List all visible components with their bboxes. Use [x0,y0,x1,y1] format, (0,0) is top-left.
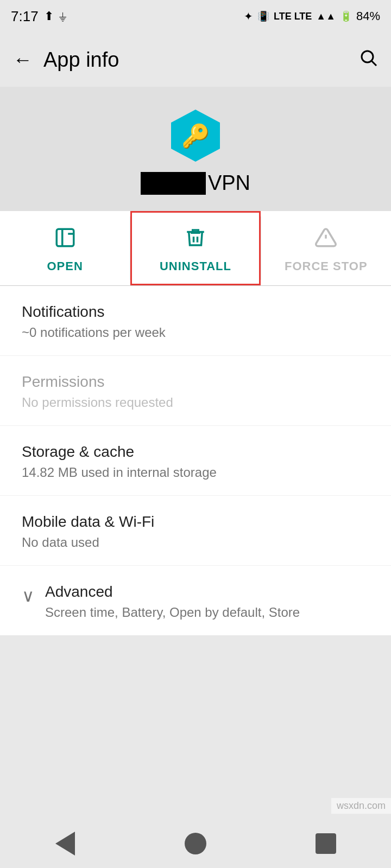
mobile-data-title: Mobile data & Wi-Fi [22,513,369,531]
permissions-title: Permissions [22,373,369,391]
force-stop-label: FORCE STOP [285,259,368,273]
signal-icon: ▲▲ [316,11,336,22]
chevron-down-icon: ∨ [22,585,34,606]
nav-back-button[interactable] [46,825,84,863]
back-nav-icon [55,832,75,856]
usb-icon: ⏚ [59,9,66,23]
svg-rect-5 [191,232,200,234]
svg-rect-4 [56,229,74,246]
advanced-title: Advanced [45,583,369,601]
recent-nav-icon [316,833,336,854]
action-row: OPEN UNINSTALL FORCE STOP [0,211,391,286]
settings-item-mobile-data[interactable]: Mobile data & Wi-Fi No data used [0,496,391,566]
open-label: OPEN [47,259,83,273]
bottom-nav [0,819,391,868]
nav-recent-button[interactable] [307,825,345,863]
settings-item-permissions[interactable]: Permissions No permissions requested [0,356,391,426]
storage-subtitle: 14.82 MB used in internal storage [22,465,369,480]
settings-item-advanced[interactable]: ∨ Advanced Screen time, Battery, Open by… [0,566,391,635]
battery-icon: 🔋 [340,10,352,22]
app-name-redacted [141,172,206,195]
watermark: wsxdn.com [331,798,391,814]
search-button[interactable] [358,48,378,72]
svg-point-0 [362,51,373,62]
uninstall-icon [184,226,207,254]
svg-text:🔑: 🔑 [181,123,210,150]
lte-icon: LTE LTE [274,11,312,22]
status-bar: 7:17 ⬆ ⏚ ✦ 📳 LTE LTE ▲▲ 🔋 84% [0,0,391,33]
permissions-subtitle: No permissions requested [22,395,369,410]
app-name-suffix: VPN [208,171,250,195]
settings-item-storage[interactable]: Storage & cache 14.82 MB used in interna… [0,426,391,496]
battery-percent: 84% [356,9,380,23]
status-time: 7:17 [11,8,39,25]
advanced-subtitle: Screen time, Battery, Open by default, S… [45,605,369,620]
bluetooth-icon: ✦ [244,10,253,23]
mobile-data-subtitle: No data used [22,535,369,550]
storage-title: Storage & cache [22,443,369,461]
uninstall-label: UNINSTALL [160,259,231,273]
top-bar: ← App info [0,33,391,87]
app-name-row: VPN [141,171,250,195]
notifications-title: Notifications [22,303,369,321]
notifications-subtitle: ~0 notifications per week [22,325,369,340]
app-header: 🔑 VPN [0,87,391,211]
open-button[interactable]: OPEN [0,211,130,285]
home-nav-icon [185,833,206,854]
page-title: App info [43,48,119,72]
back-button[interactable]: ← [13,48,33,71]
open-icon [54,226,77,254]
vibrate-icon: 📳 [257,10,269,22]
upload-icon: ⬆ [44,9,54,23]
svg-line-1 [372,61,376,65]
uninstall-button[interactable]: UNINSTALL [130,211,260,285]
nav-home-button[interactable] [176,825,215,863]
settings-list: Notifications ~0 notifications per week … [0,286,391,635]
force-stop-icon [314,226,337,254]
app-icon: 🔑 [168,108,223,163]
force-stop-button[interactable]: FORCE STOP [261,211,391,285]
settings-item-notifications[interactable]: Notifications ~0 notifications per week [0,286,391,356]
